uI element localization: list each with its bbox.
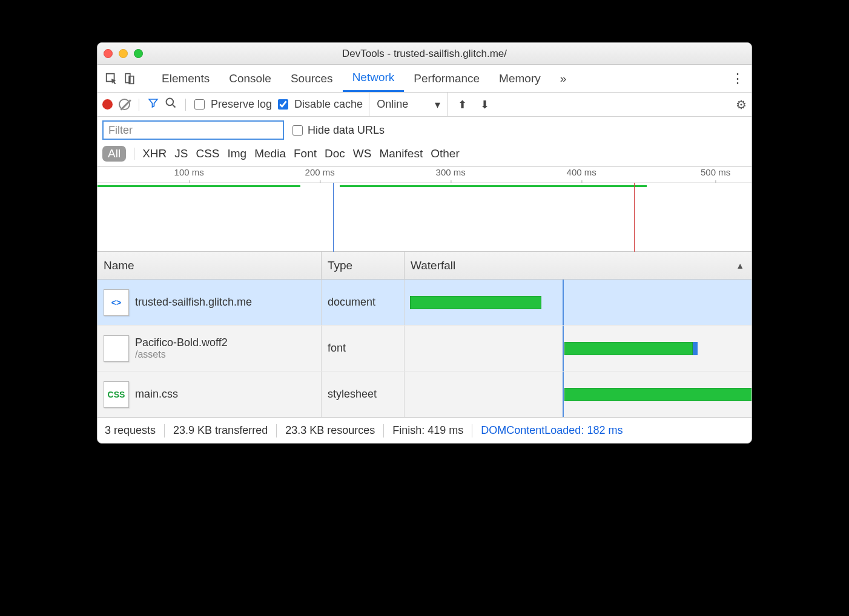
dcl-line xyxy=(563,372,564,417)
settings-icon[interactable]: ⚙ xyxy=(736,97,747,112)
name-cell: Pacifico-Bold.woff2/assets xyxy=(97,326,322,371)
filter-bar: Hide data URLs AllXHRJSCSSImgMediaFontDo… xyxy=(97,117,752,167)
tab-memory[interactable]: Memory xyxy=(489,65,550,92)
throttling-select[interactable]: Online ▾ xyxy=(369,93,448,116)
timeline-tick: 400 ms xyxy=(567,167,596,177)
request-name: trusted-sailfish.glitch.me xyxy=(135,296,252,309)
devtools-window: DevTools - trusted-sailfish.glitch.me/ E… xyxy=(97,42,752,444)
status-domcontentloaded: DOMContentLoaded: 182 ms xyxy=(481,424,623,437)
separator xyxy=(185,99,186,111)
type-filter-img[interactable]: Img xyxy=(228,147,247,160)
column-type[interactable]: Type xyxy=(322,252,405,279)
clear-icon xyxy=(119,99,130,110)
titlebar: DevTools - trusted-sailfish.glitch.me/ xyxy=(97,43,752,65)
filter-toggle-button[interactable] xyxy=(148,97,159,111)
type-filter-font[interactable]: Font xyxy=(294,147,317,160)
type-cell: document xyxy=(322,280,405,325)
download-har-button[interactable]: ⬇ xyxy=(477,98,493,111)
svg-point-3 xyxy=(167,99,174,106)
upload-har-button[interactable]: ⬆ xyxy=(454,98,471,111)
request-row[interactable]: <>trusted-sailfish.glitch.medocument xyxy=(97,280,752,326)
type-filter-css[interactable]: CSS xyxy=(196,147,219,160)
disable-cache-checkbox[interactable] xyxy=(278,99,288,110)
type-filter-all[interactable]: All xyxy=(102,146,126,162)
svg-line-4 xyxy=(173,105,176,108)
timeline-tick: 100 ms xyxy=(174,167,204,177)
search-button[interactable] xyxy=(165,97,177,112)
timeline-overview[interactable]: 100 ms200 ms300 ms400 ms500 ms xyxy=(97,167,752,252)
type-cell: stylesheet xyxy=(322,372,405,417)
status-requests: 3 requests xyxy=(105,424,156,437)
overview-activity-bar xyxy=(340,185,647,187)
html-file-icon: <> xyxy=(104,289,129,316)
request-row[interactable]: Pacifico-Bold.woff2/assetsfont xyxy=(97,326,752,372)
tabs-overflow-button[interactable]: » xyxy=(550,65,576,92)
column-name[interactable]: Name xyxy=(97,252,322,279)
request-name: Pacifico-Bold.woff2 xyxy=(135,336,228,349)
status-resources: 23.3 KB resources xyxy=(285,424,375,437)
dcl-marker xyxy=(333,183,334,252)
tab-sources[interactable]: Sources xyxy=(281,65,343,92)
main-tabs: ElementsConsoleSourcesNetworkPerformance… xyxy=(97,65,752,93)
waterfall-cell xyxy=(405,280,752,325)
record-button[interactable] xyxy=(102,99,113,110)
disable-cache-label: Disable cache xyxy=(294,98,363,111)
hide-data-urls-label: Hide data URLs xyxy=(308,124,385,137)
tab-elements[interactable]: Elements xyxy=(152,65,219,92)
record-icon xyxy=(102,99,113,110)
timeline-tick: 500 ms xyxy=(701,167,730,177)
waterfall-bar-content-download xyxy=(693,342,698,355)
blank-file-icon xyxy=(104,335,129,362)
tab-network[interactable]: Network xyxy=(343,65,405,92)
request-row[interactable]: CSSmain.cssstylesheet xyxy=(97,372,752,418)
sort-indicator-icon: ▲ xyxy=(736,261,744,270)
request-table: <>trusted-sailfish.glitch.medocumentPaci… xyxy=(97,280,752,418)
waterfall-bar xyxy=(410,296,542,309)
type-filter-xhr[interactable]: XHR xyxy=(142,147,167,160)
type-filter-doc[interactable]: Doc xyxy=(325,147,345,160)
status-finish: Finish: 419 ms xyxy=(392,424,463,437)
table-header: Name Type Waterfall ▲ xyxy=(97,252,752,280)
timeline-tick: 300 ms xyxy=(436,167,466,177)
device-toolbar-icon[interactable] xyxy=(121,72,139,85)
kebab-menu-icon[interactable]: ⋮ xyxy=(728,71,747,87)
tab-console[interactable]: Console xyxy=(219,65,281,92)
status-transferred: 23.9 KB transferred xyxy=(173,424,268,437)
type-cell: font xyxy=(322,326,405,371)
type-filter-ws[interactable]: WS xyxy=(353,147,372,160)
window-title: DevTools - trusted-sailfish.glitch.me/ xyxy=(97,48,752,60)
type-filter-manifest[interactable]: Manifest xyxy=(379,147,423,160)
preserve-log-label: Preserve log xyxy=(211,98,272,111)
inspect-element-icon[interactable] xyxy=(102,72,121,85)
waterfall-cell xyxy=(405,326,752,371)
tab-performance[interactable]: Performance xyxy=(404,65,489,92)
type-filter-other[interactable]: Other xyxy=(431,147,460,160)
waterfall-bar xyxy=(564,342,693,355)
filter-input[interactable] xyxy=(102,120,284,140)
overview-activity-bar xyxy=(97,185,300,187)
network-toolbar: Preserve log Disable cache Online ▾ ⬆ ⬇ … xyxy=(97,93,752,117)
hide-data-urls-checkbox[interactable] xyxy=(292,125,303,136)
type-filter-js[interactable]: JS xyxy=(174,147,188,160)
request-path: /assets xyxy=(135,349,228,360)
waterfall-bar xyxy=(564,388,752,401)
waterfall-cell xyxy=(405,372,752,417)
chevron-down-icon: ▾ xyxy=(435,98,440,111)
preserve-log-checkbox[interactable] xyxy=(194,99,205,110)
type-filter-media[interactable]: Media xyxy=(254,147,286,160)
load-marker xyxy=(634,183,635,252)
column-waterfall[interactable]: Waterfall ▲ xyxy=(405,252,752,279)
type-filters: AllXHRJSCSSImgMediaFontDocWSManifestOthe… xyxy=(102,143,747,166)
throttling-value: Online xyxy=(377,98,432,111)
separator xyxy=(139,99,139,111)
dcl-line xyxy=(563,326,564,371)
name-cell: <>trusted-sailfish.glitch.me xyxy=(97,280,322,325)
name-cell: CSSmain.css xyxy=(97,372,322,417)
dcl-line xyxy=(563,280,564,325)
request-name: main.css xyxy=(135,388,178,401)
timeline-tick: 200 ms xyxy=(305,167,335,177)
css-file-icon: CSS xyxy=(104,381,129,408)
status-bar: 3 requests 23.9 KB transferred 23.3 KB r… xyxy=(97,418,752,443)
clear-button[interactable] xyxy=(119,99,130,110)
